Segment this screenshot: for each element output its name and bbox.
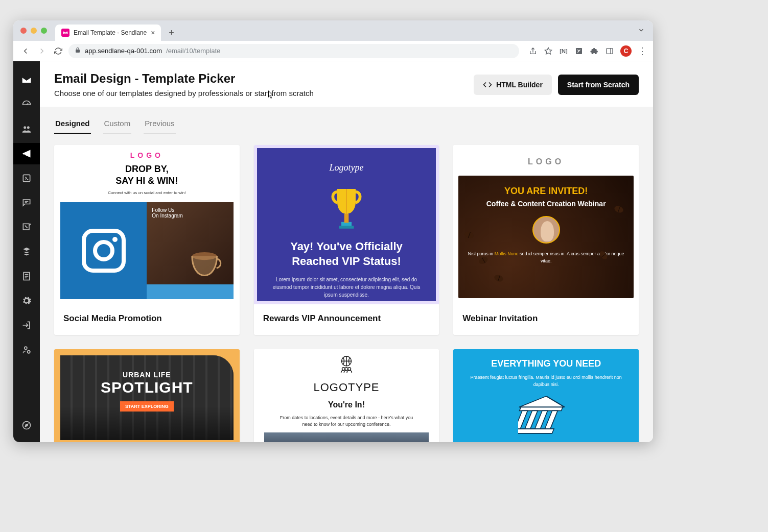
page-subtitle: Choose one of our templates designed by … bbox=[54, 89, 314, 98]
template-preview: LOGOTYPE You're In! From dates to locati… bbox=[254, 349, 439, 442]
sidebar-reviews[interactable] bbox=[13, 192, 40, 213]
profile-avatar[interactable]: C bbox=[620, 45, 632, 57]
window-controls bbox=[20, 28, 47, 34]
lock-icon bbox=[75, 47, 81, 55]
template-name: Webinar Invitation bbox=[453, 304, 639, 335]
bookmark-icon[interactable] bbox=[544, 46, 553, 56]
svg-point-12 bbox=[25, 347, 27, 349]
content-area: Designed Custom Previous LOGO DROP BY,SA… bbox=[40, 107, 653, 442]
svg-marker-15 bbox=[26, 424, 28, 427]
side-panel-icon[interactable] bbox=[605, 46, 614, 56]
back-button[interactable] bbox=[19, 45, 32, 57]
template-card[interactable]: EVERYTHING YOU NEED Praesent feugiat luc… bbox=[453, 349, 639, 442]
svg-point-22 bbox=[345, 368, 348, 371]
page-header: Email Design - Template Picker Choose on… bbox=[40, 61, 653, 107]
page-viewport: Email Design - Template Picker Choose on… bbox=[13, 61, 653, 442]
sidebar-integrations[interactable] bbox=[13, 241, 40, 262]
sidebar-content[interactable] bbox=[13, 216, 40, 238]
sidebar-user-settings[interactable] bbox=[13, 339, 40, 360]
template-tabs: Designed Custom Previous bbox=[54, 107, 639, 134]
svg-point-13 bbox=[28, 351, 30, 353]
tab-custom[interactable]: Custom bbox=[103, 114, 132, 134]
tea-cup-icon bbox=[184, 243, 228, 281]
browser-toolbar: app.sendlane-qa-001.com/email/10/templat… bbox=[13, 41, 653, 61]
page-title: Email Design - Template Picker bbox=[54, 71, 314, 86]
html-builder-button[interactable]: HTML Builder bbox=[474, 75, 552, 95]
main-content: Email Design - Template Picker Choose on… bbox=[40, 61, 653, 442]
trophy-icon bbox=[328, 184, 365, 230]
svg-point-4 bbox=[24, 126, 26, 129]
address-bar[interactable]: app.sendlane-qa-001.com/email/10/templat… bbox=[68, 44, 519, 58]
tab-designed[interactable]: Designed bbox=[54, 114, 91, 134]
new-tab-button[interactable]: + bbox=[164, 26, 178, 40]
sidebar-automations[interactable] bbox=[13, 167, 40, 189]
svg-rect-18 bbox=[339, 226, 354, 229]
svg-rect-30 bbox=[518, 429, 554, 433]
favicon-icon bbox=[61, 29, 69, 37]
avatar-icon bbox=[532, 216, 560, 244]
code-icon bbox=[483, 80, 492, 89]
svg-marker-24 bbox=[519, 396, 569, 407]
forward-button[interactable] bbox=[36, 45, 48, 57]
browser-tab[interactable]: Email Template - Sendlane × bbox=[55, 25, 161, 41]
template-preview: LOGO DROP BY,SAY HI & WIN! Connect with … bbox=[54, 145, 240, 304]
template-name: Social Media Promotion bbox=[54, 304, 240, 335]
start-from-scratch-button[interactable]: Start from Scratch bbox=[558, 75, 639, 95]
sidebar-logout[interactable] bbox=[13, 315, 40, 336]
template-card[interactable]: LOGO YOU ARE INVITED! Coffee & Content C… bbox=[453, 145, 639, 335]
browser-extensions: [N] C ⋮ bbox=[528, 45, 647, 57]
svg-point-23 bbox=[348, 368, 351, 371]
browser-window: Email Template - Sendlane × + app.sendla… bbox=[13, 20, 653, 442]
url-host: app.sendlane-qa-001.com bbox=[85, 47, 162, 55]
maximize-window-button[interactable] bbox=[41, 28, 47, 34]
cursor-icon bbox=[268, 90, 274, 100]
extensions-puzzle-icon[interactable] bbox=[590, 46, 599, 56]
bank-icon bbox=[518, 396, 574, 437]
sidebar-settings[interactable] bbox=[13, 290, 40, 311]
sidebar-explore[interactable] bbox=[13, 415, 40, 436]
template-name: Rewards VIP Announcement bbox=[254, 304, 439, 335]
extension-icon[interactable] bbox=[574, 46, 584, 56]
tab-title: Email Template - Sendlane bbox=[74, 29, 147, 36]
extension-icon[interactable]: [N] bbox=[559, 46, 568, 56]
reload-button[interactable] bbox=[52, 45, 64, 57]
template-preview: EVERYTHING YOU NEED Praesent feugiat luc… bbox=[453, 349, 639, 442]
sidebar-campaigns[interactable] bbox=[13, 143, 40, 164]
template-card[interactable]: LOGOTYPE You're In! From dates to locati… bbox=[254, 349, 439, 442]
template-card[interactable]: URBAN LIFE SPOTLIGHT START EXPLORING bbox=[54, 349, 240, 442]
sidebar-forms[interactable] bbox=[13, 265, 40, 287]
svg-point-21 bbox=[342, 368, 345, 371]
share-icon[interactable] bbox=[528, 46, 538, 56]
browser-menu-icon[interactable]: ⋮ bbox=[638, 46, 647, 56]
svg-rect-19 bbox=[344, 214, 349, 223]
app-sidebar bbox=[13, 61, 40, 442]
template-card[interactable]: LOGO DROP BY,SAY HI & WIN! Connect with … bbox=[54, 145, 240, 335]
close-tab-icon[interactable]: × bbox=[151, 29, 155, 37]
tabs-overflow-icon[interactable] bbox=[638, 27, 645, 36]
sidebar-dashboard[interactable] bbox=[13, 94, 40, 115]
sidebar-audience[interactable] bbox=[13, 118, 40, 140]
browser-tabbar: Email Template - Sendlane × + bbox=[13, 20, 653, 41]
template-preview: LOGO YOU ARE INVITED! Coffee & Content C… bbox=[453, 145, 639, 304]
svg-rect-25 bbox=[519, 407, 563, 410]
template-preview: URBAN LIFE SPOTLIGHT START EXPLORING bbox=[54, 349, 240, 442]
svg-marker-0 bbox=[545, 47, 551, 54]
template-preview: Logotype Yay! You've Officially Reac bbox=[254, 145, 439, 304]
tab-previous[interactable]: Previous bbox=[144, 114, 175, 134]
template-card[interactable]: Logotype Yay! You've Officially Reac bbox=[254, 145, 439, 335]
instagram-icon bbox=[82, 229, 126, 273]
minimize-window-button[interactable] bbox=[31, 28, 37, 34]
svg-rect-2 bbox=[607, 48, 613, 54]
url-path: /email/10/template bbox=[166, 47, 220, 55]
close-window-button[interactable] bbox=[20, 28, 27, 34]
template-grid: LOGO DROP BY,SAY HI & WIN! Connect with … bbox=[54, 145, 639, 442]
sidebar-logo[interactable] bbox=[13, 69, 40, 91]
svg-point-5 bbox=[27, 126, 30, 129]
globe-people-icon bbox=[337, 354, 356, 374]
